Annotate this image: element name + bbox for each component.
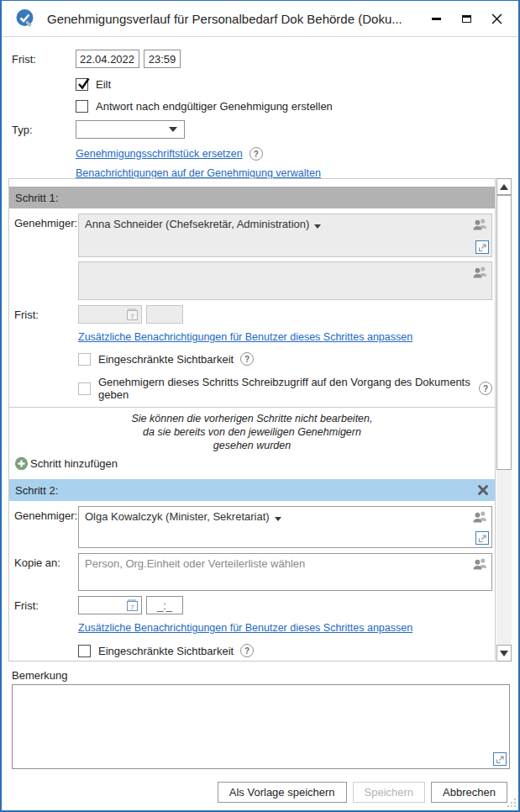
readonly-steps-notice: Sie können die vorherigen Schritte nicht… <box>9 412 495 452</box>
step1-restricted-visibility-checkbox <box>78 353 91 366</box>
step2-frist-time-input[interactable]: _:_ <box>146 596 183 614</box>
plus-circle-icon <box>14 456 29 471</box>
notifications-link-row: Benachrichtigungen auf der Genehmigung v… <box>76 167 508 179</box>
steps-scroll-region: Schritt 1: Genehmiger: Anna Schneider (C… <box>2 178 518 662</box>
step2-frist-date-input[interactable]: 7 <box>78 596 142 614</box>
step2-kopie-row: Kopie an: Person, Org.Einheit oder Verte… <box>14 553 492 591</box>
svg-text:7: 7 <box>130 313 134 320</box>
step1-frist-row: Frist: 7 <box>14 305 492 324</box>
resize-grip[interactable] <box>507 799 517 809</box>
expand-field-icon[interactable] <box>475 240 489 254</box>
minimize-button[interactable] <box>421 6 451 31</box>
step2-notifications-row: Zusätzliche Benachrichtigungen für Benut… <box>78 620 492 635</box>
step2-genehmiger-field[interactable]: Olga Kowalczyk (Minister, Sekretariat) <box>78 506 492 548</box>
bemerkung-field-wrapper <box>12 684 510 769</box>
step1-notifications-row: Zusätzliche Benachrichtigungen für Benut… <box>78 329 492 344</box>
titlebar: Genehmigungsverlauf für Personalbedarf D… <box>2 1 518 37</box>
step2-notifications-link[interactable]: Zusätzliche Benachrichtigungen für Benut… <box>78 622 412 634</box>
dialog-button-row: Als Vorlage speichern Speichern Abbreche… <box>218 782 507 803</box>
step2-genehmiger-label: Genehmiger: <box>14 506 78 522</box>
bemerkung-label: Bemerkung <box>12 669 67 682</box>
maximize-icon <box>462 15 471 23</box>
add-step-label: Schritt hinzufügen <box>30 457 118 470</box>
save-button: Speichern <box>353 782 426 803</box>
replace-link-row: Genehmigungsschriftstück ersetzen ? <box>76 147 508 161</box>
chevron-down-icon <box>169 127 177 132</box>
approval-check-icon <box>15 8 35 29</box>
step2-genehmiger-value: Olga Kowalczyk (Minister, Sekretariat) <box>85 510 270 523</box>
step1-genehmiger-value: Anna Schneider (Chefsekretär, Administra… <box>85 218 309 230</box>
svg-text:7: 7 <box>130 604 134 611</box>
step1-visibility-row: Eingeschränkte Sichtbarkeit ? <box>78 352 492 366</box>
step1-secondary-field <box>78 261 492 300</box>
address-book-icon <box>472 218 488 231</box>
step1-secondary-row <box>14 261 492 300</box>
cancel-button[interactable]: Abbrechen <box>431 782 507 803</box>
address-book-icon[interactable] <box>472 510 488 524</box>
help-icon[interactable]: ? <box>249 147 263 161</box>
address-book-icon <box>472 266 488 279</box>
eilt-checkbox[interactable] <box>76 78 88 91</box>
eilt-label: Eilt <box>96 78 111 91</box>
step2-frist-label: Frist: <box>14 596 78 612</box>
scrollbar-thumb[interactable] <box>496 195 512 470</box>
section-divider <box>9 407 495 408</box>
chevron-down-icon <box>275 517 281 521</box>
step2-genehmiger-row: Genehmiger: Olga Kowalczyk (Minister, Se… <box>14 506 492 548</box>
arrow-down-icon <box>500 651 508 656</box>
close-icon <box>491 13 502 24</box>
step1-genehmiger-label: Genehmiger: <box>14 214 78 229</box>
calendar-icon[interactable]: 7 <box>134 53 135 65</box>
vertical-scrollbar[interactable] <box>496 178 512 662</box>
close-button[interactable] <box>481 6 512 31</box>
step2-kopie-label: Kopie an: <box>14 553 78 569</box>
step1-notifications-link[interactable]: Zusätzliche Benachrichtigungen für Benut… <box>78 331 412 343</box>
manage-notifications-link[interactable]: Benachrichtigungen auf der Genehmigung v… <box>76 167 321 179</box>
approval-settings-form: Frist: 22.04.2022 7 23:59 Eilt Antwort n… <box>2 37 518 179</box>
frist-date-input[interactable]: 22.04.2022 7 <box>76 50 139 68</box>
notice-line: gesehen wurden <box>9 439 495 452</box>
help-icon[interactable]: ? <box>479 382 492 395</box>
step2-header: Schritt 2: <box>9 479 495 501</box>
save-as-template-button[interactable]: Als Vorlage speichern <box>218 782 347 803</box>
typ-row: Typ: <box>12 120 508 139</box>
step1-header-label: Schritt 1: <box>15 192 58 204</box>
step2-restricted-visibility-checkbox[interactable] <box>78 645 91 657</box>
expand-field-icon[interactable] <box>493 752 507 766</box>
step2-kopie-field[interactable]: Person, Org.Einheit oder Verteilerliste … <box>78 553 492 591</box>
expand-field-icon[interactable] <box>475 531 489 545</box>
checkmark-icon <box>76 76 91 91</box>
step2-kopie-placeholder: Person, Org.Einheit oder Verteilerliste … <box>85 557 305 570</box>
address-book-icon[interactable] <box>472 557 488 571</box>
typ-dropdown[interactable] <box>76 120 185 139</box>
notice-line: da sie bereits von den jeweiligen Genehm… <box>9 425 495 439</box>
maximize-button[interactable] <box>451 6 481 31</box>
step1-frist-time-input <box>146 305 183 324</box>
typ-label: Typ: <box>12 124 76 136</box>
bemerkung-textarea[interactable] <box>13 685 509 768</box>
delete-step-icon[interactable] <box>477 484 489 496</box>
antwort-checkbox[interactable] <box>76 100 88 113</box>
step1-restricted-visibility-label: Eingeschränkte Sichtbarkeit <box>98 353 234 366</box>
eilt-row: Eilt <box>76 78 508 91</box>
frist-label: Frist: <box>12 53 76 66</box>
arrow-up-icon <box>500 184 508 190</box>
notice-line: Sie können die vorherigen Schritte nicht… <box>9 412 495 425</box>
chevron-down-icon <box>314 224 321 229</box>
add-step-button[interactable]: Schritt hinzufügen <box>14 456 495 471</box>
step1-frist-label: Frist: <box>14 305 78 321</box>
antwort-row: Antwort nach endgültiger Genehmigung ers… <box>76 100 508 113</box>
calendar-icon[interactable]: 7 <box>127 599 138 611</box>
help-icon[interactable]: ? <box>240 352 254 366</box>
replace-document-link[interactable]: Genehmigungsschriftstück ersetzen <box>76 148 243 160</box>
step2-visibility-row: Eingeschränkte Sichtbarkeit ? <box>78 644 492 657</box>
help-icon[interactable]: ? <box>240 644 254 657</box>
frist-time-input[interactable]: 23:59 <box>144 50 181 68</box>
step1-header: Schritt 1: <box>9 187 495 208</box>
scroll-up-button[interactable] <box>496 178 512 195</box>
step1-write-access-checkbox <box>78 382 91 395</box>
step1-genehmiger-field: Anna Schneider (Chefsekretär, Administra… <box>78 214 492 257</box>
calendar-icon: 7 <box>127 308 138 320</box>
antwort-label: Antwort nach endgültiger Genehmigung ers… <box>96 100 333 113</box>
scroll-down-button[interactable] <box>496 645 512 662</box>
